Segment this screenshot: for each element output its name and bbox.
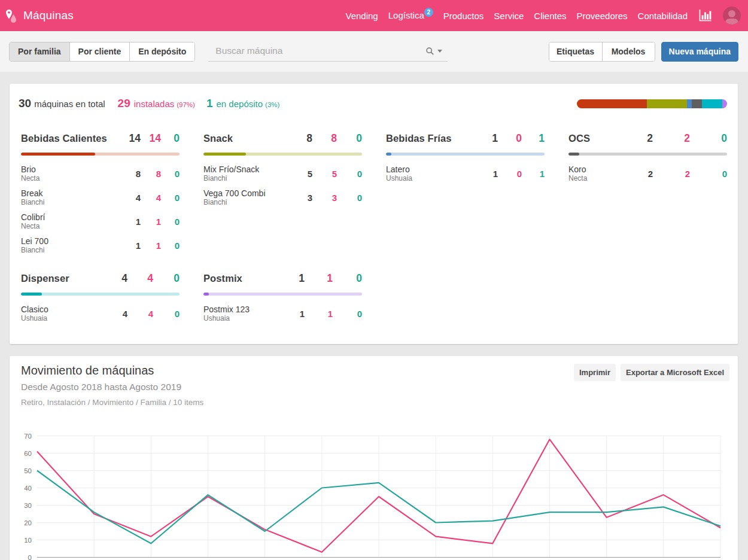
machine-installed: 0 — [498, 169, 522, 179]
category-name: OCS — [568, 130, 627, 146]
nav-item-productos[interactable]: Productos — [443, 11, 484, 21]
page-title: Máquinas — [23, 9, 74, 22]
category-block-bebidas-fr-as: Bebidas Frías101LateroUshuaia101 — [386, 130, 545, 257]
deposit-value: 1 — [206, 97, 213, 110]
category-total: 2 — [627, 130, 653, 146]
category-share-fill — [386, 153, 391, 156]
y-axis-tick-label: 0 — [28, 554, 32, 560]
category-block-dispenser: Dispenser440ClasicoUshuaia440 — [21, 270, 180, 325]
toolbar: Por familiaPor clienteEn depósito Etique… — [0, 31, 748, 72]
machine-brand: Bianchi — [21, 246, 114, 254]
category-name: Postmix — [203, 270, 278, 286]
machine-row[interactable]: Mix Frío/SnackBianchi550 — [203, 162, 362, 185]
machine-installed: 1 — [141, 217, 161, 227]
machine-model: Lei 700 — [21, 237, 114, 246]
machine-deposited: 0 — [153, 309, 180, 319]
nav-item-proveedores[interactable]: Proveedores — [577, 11, 628, 21]
main-content: 30 máquinas en total 29 instaladas (97%)… — [0, 84, 748, 560]
machine-deposited: 0 — [161, 217, 180, 227]
machine-model: Break — [21, 189, 114, 198]
machine-row[interactable]: Lei 700Bianchi110 — [21, 233, 180, 257]
machine-installed: 3 — [312, 193, 337, 203]
machine-brand: Bianchi — [21, 199, 114, 206]
category-total: 1 — [278, 270, 305, 286]
machine-list: LateroUshuaia101 — [386, 162, 545, 185]
distribution-segment-dispenser — [702, 99, 722, 108]
etiquetas-button[interactable]: Etiquetas — [549, 42, 602, 61]
machine-deposited: 0 — [161, 241, 180, 251]
category-share-bar — [21, 293, 180, 296]
machine-row[interactable]: ColibríNecta110 — [21, 209, 180, 233]
movement-date-range: Desde Agosto 2018 hasta Agosto 2019 — [21, 382, 727, 392]
category-name: Dispenser — [21, 270, 101, 286]
nav-item-vending[interactable]: Vending — [345, 11, 378, 21]
category-header: Postmix110 — [203, 270, 362, 286]
category-installed: 0 — [498, 130, 522, 146]
view-tab-por-cliente[interactable]: Por cliente — [69, 42, 130, 61]
user-avatar[interactable] — [723, 7, 741, 25]
machine-row[interactable]: Postmix 123Ushuaia110 — [203, 302, 362, 325]
y-axis-tick-label: 30 — [24, 502, 32, 509]
notification-badge: 2 — [424, 8, 433, 17]
category-total: 14 — [114, 130, 141, 146]
category-share-bar — [386, 153, 545, 156]
category-share-fill — [568, 153, 579, 156]
deposit-label: en depósito — [217, 99, 263, 109]
machine-total: 2 — [627, 169, 653, 179]
machine-brand: Ushuaia — [203, 315, 278, 322]
app-logo-icon — [6, 10, 16, 23]
machine-total: 8 — [114, 169, 141, 179]
search-icon[interactable] — [426, 47, 434, 55]
machine-row[interactable]: BreakBianchi440 — [21, 185, 180, 209]
machine-model: Colibrí — [21, 213, 114, 222]
category-share-bar — [203, 293, 362, 296]
export-excel-button[interactable]: Exportar a Microsoft Excel — [621, 364, 729, 381]
category-name: Bebidas Frías — [386, 130, 472, 146]
total-machines-value: 30 — [19, 97, 31, 110]
avatar-person-icon — [728, 10, 735, 17]
modelos-button[interactable]: Modelos — [602, 42, 655, 61]
nav-item-clientes[interactable]: Clientes — [534, 11, 566, 21]
machine-deposited: 0 — [161, 169, 180, 179]
print-button[interactable]: Imprimir — [574, 364, 616, 381]
movement-chart-svg: 010203040506070 — [10, 419, 738, 560]
view-tab-por-familia[interactable]: Por familia — [10, 42, 69, 61]
machine-row[interactable]: BrioNecta880 — [21, 162, 180, 185]
top-app-bar: Máquinas VendingLogística2ProductosServi… — [0, 0, 748, 31]
machine-row[interactable]: ClasicoUshuaia440 — [21, 302, 180, 325]
statistics-icon[interactable] — [699, 10, 711, 22]
category-header: Dispenser440 — [21, 270, 180, 286]
category-share-bar — [203, 153, 362, 156]
new-machine-button[interactable]: Nueva máquina — [661, 42, 738, 62]
category-block-bebidas-calientes: Bebidas Calientes14140BrioNecta880BreakB… — [21, 130, 180, 257]
view-tab-en-depo-sito[interactable]: En depósito — [129, 42, 194, 61]
machine-brand: Ushuaia — [386, 175, 472, 182]
category-deposited: 1 — [522, 130, 545, 146]
machine-brand: Necta — [21, 175, 114, 182]
machine-total: 4 — [114, 193, 141, 203]
category-block-postmix: Postmix110Postmix 123Ushuaia110 — [203, 270, 362, 325]
machine-brand: Necta — [568, 175, 627, 182]
category-installed: 14 — [141, 130, 161, 146]
machine-brand: Bianchi — [203, 175, 286, 182]
y-axis-tick-label: 70 — [24, 433, 32, 440]
category-installed: 1 — [305, 270, 333, 286]
machine-model: Latero — [386, 165, 472, 174]
nav-item-contabilidad[interactable]: Contabilidad — [638, 11, 688, 21]
category-deposited: 0 — [161, 130, 180, 146]
nav-item-service[interactable]: Service — [494, 11, 524, 21]
machine-row[interactable]: Vega 700 CombiBianchi330 — [203, 185, 362, 209]
machine-row[interactable]: LateroUshuaia101 — [386, 162, 545, 185]
category-block-ocs: OCS220KoroNecta220 — [568, 130, 727, 257]
category-share-fill — [21, 293, 42, 296]
search-input[interactable] — [208, 42, 448, 62]
machine-row[interactable]: KoroNecta220 — [568, 162, 727, 185]
machine-list: KoroNecta220 — [568, 162, 727, 185]
category-total: 8 — [286, 130, 312, 146]
y-axis-tick-label: 40 — [24, 485, 32, 492]
nav-item-logistica[interactable]: Logística2 — [388, 10, 433, 21]
machine-total: 1 — [472, 169, 498, 179]
category-header: Snack880 — [203, 130, 362, 146]
search-options-caret-icon[interactable] — [437, 50, 442, 53]
y-axis-tick-label: 50 — [24, 467, 32, 474]
